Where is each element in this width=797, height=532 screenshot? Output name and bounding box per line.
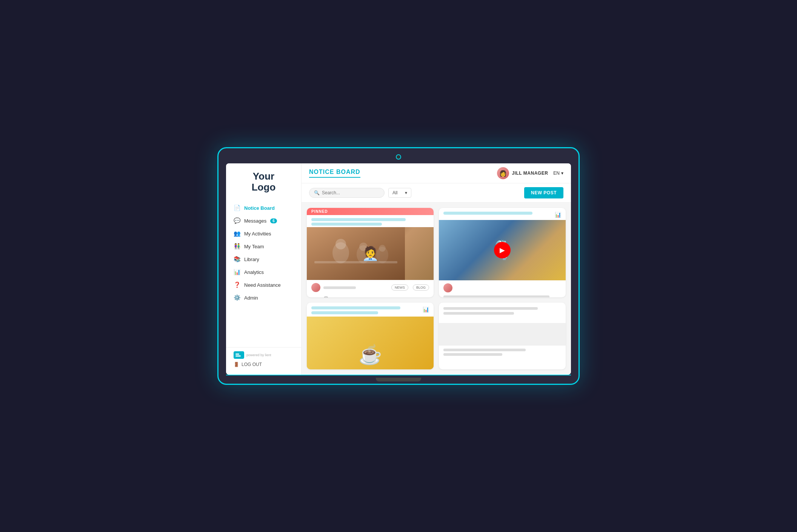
logo-text: Your Logo	[234, 171, 294, 192]
library-icon: 📚	[234, 256, 240, 263]
toolbar: 🔍 All ▾ NEW POST	[302, 183, 571, 203]
language-selector[interactable]: EN ▾	[553, 171, 563, 176]
filter-dropdown[interactable]: All ▾	[388, 188, 411, 198]
sidebar-label-library: Library	[244, 257, 259, 262]
post-card-pinned: PINNED	[307, 208, 434, 297]
post-card-video: 📊 🎙️ ▶	[439, 208, 566, 297]
post1-title-bar	[311, 218, 406, 221]
user-info: 👩 JILL MANAGER	[497, 167, 548, 179]
search-box[interactable]: 🔍	[309, 188, 385, 198]
header: NOTICE BOARD 👩 JILL MANAGER EN ▾	[302, 163, 571, 183]
sidebar-label-admin: Admin	[244, 295, 258, 301]
post3-analytics-icon: 📊	[423, 306, 429, 312]
laptop-frame: Your Logo 📄 Notice Board 💬 Messages 6 👥 …	[217, 147, 580, 385]
post2-title-bar	[443, 212, 532, 215]
sidebar-item-messages[interactable]: 💬 Messages 6	[226, 214, 301, 227]
sidebar-label-analytics: Analytics	[244, 269, 264, 275]
post1-likes[interactable]: ♥ 20	[311, 297, 320, 298]
post1-author-avatar	[311, 283, 320, 292]
post2-title-block	[443, 212, 555, 215]
post2-text1	[443, 295, 549, 297]
search-icon: 🔍	[314, 190, 320, 195]
sidebar-item-need-assistance[interactable]: ❓ Need Assistance	[226, 278, 301, 291]
messages-badge: 6	[270, 218, 277, 223]
need-assistance-icon: ❓	[234, 281, 240, 288]
chevron-down-icon: ▾	[561, 171, 563, 176]
sidebar-item-library[interactable]: 📚 Library	[226, 253, 301, 266]
heart-icon: ♥	[311, 297, 314, 298]
feed-area: PINNED	[302, 203, 571, 375]
filter-label: All	[392, 190, 397, 195]
post4-bar2	[443, 312, 514, 315]
user-avatar: 👩	[497, 167, 509, 179]
logout-icon: 🚪	[234, 362, 239, 367]
svg-point-9	[379, 245, 386, 252]
post3-image: ☕	[307, 317, 434, 369]
logout-button[interactable]: 🚪 LOG OUT	[234, 362, 294, 367]
post2-meta	[439, 280, 566, 295]
sidebar-label-need-assistance: Need Assistance	[244, 282, 281, 288]
new-post-button[interactable]: NEW POST	[524, 187, 563, 198]
post3-title-bar1	[311, 306, 400, 309]
sidebar-item-analytics[interactable]: 📊 Analytics	[226, 266, 301, 278]
admin-icon: ⚙️	[234, 294, 240, 301]
powered-icon	[234, 351, 244, 359]
laptop-screen: Your Logo 📄 Notice Board 💬 Messages 6 👥 …	[226, 163, 571, 375]
post1-actions: ♥ 20 💬 3	[307, 295, 434, 297]
laptop-camera	[396, 154, 401, 160]
sidebar-label-notice-board: Notice Board	[244, 205, 275, 211]
my-activities-icon: 👥	[234, 230, 240, 237]
post3-header: 📊	[307, 303, 434, 317]
sidebar-item-my-activities[interactable]: 👥 My Activities	[226, 227, 301, 240]
page-title-area: NOTICE BOARD	[309, 169, 360, 178]
post1-like-count: 20	[315, 297, 320, 298]
svg-point-5	[335, 239, 346, 249]
post3-title-block	[311, 306, 423, 314]
post-card-coffee: 📊 ☕	[307, 303, 434, 369]
page-title: NOTICE BOARD	[309, 169, 360, 178]
laptop-base-notch	[376, 378, 421, 381]
post1-tag-blog: BLOG	[413, 284, 429, 291]
sidebar-item-admin[interactable]: ⚙️ Admin	[226, 291, 301, 304]
nav-items: 📄 Notice Board 💬 Messages 6 👥 My Activit…	[226, 201, 301, 347]
post2-video-thumb: 🎙️ ▶	[439, 220, 566, 280]
post4-bar4	[443, 353, 502, 356]
post2-author-avatar	[443, 283, 452, 292]
language-label: EN	[553, 171, 560, 176]
post1-meta: NEWS BLOG	[307, 280, 434, 295]
analytics-icon: 📊	[234, 269, 240, 275]
laptop-base	[226, 375, 571, 384]
post1-author-name	[323, 286, 388, 289]
svg-rect-0	[235, 354, 239, 355]
filter-chevron-icon: ▾	[405, 190, 407, 195]
header-right: 👩 JILL MANAGER EN ▾	[497, 167, 563, 179]
logo-line1: Your	[253, 171, 274, 182]
sidebar-bottom: powered by lient 🚪 LOG OUT	[226, 347, 301, 371]
post1-tag-news: NEWS	[391, 284, 408, 291]
svg-rect-2	[307, 227, 405, 280]
post2-header: 📊	[439, 208, 566, 220]
main-content: NOTICE BOARD 👩 JILL MANAGER EN ▾ 🔍	[302, 163, 571, 375]
search-input[interactable]	[322, 190, 375, 195]
post1-comment-count: 3	[330, 297, 332, 298]
post4-bar3	[443, 349, 526, 351]
user-name: JILL MANAGER	[512, 171, 548, 176]
post2-analytics-icon: 📊	[555, 212, 561, 218]
messages-icon: 💬	[234, 217, 240, 224]
sidebar-label-my-team: My Team	[244, 244, 264, 249]
sidebar-item-notice-board[interactable]: 📄 Notice Board	[226, 201, 301, 214]
powered-by-label: powered by lient	[246, 353, 271, 357]
logo-area: Your Logo	[226, 171, 301, 201]
sidebar: Your Logo 📄 Notice Board 💬 Messages 6 👥 …	[226, 163, 302, 375]
post-card-extra	[439, 303, 566, 369]
play-button[interactable]: ▶	[494, 242, 511, 258]
post1-image: 🧑‍💼	[307, 227, 434, 280]
sidebar-item-my-team[interactable]: 👫 My Team	[226, 240, 301, 253]
sidebar-label-messages: Messages	[244, 218, 266, 224]
logout-label: LOG OUT	[242, 362, 262, 367]
my-team-icon: 👫	[234, 243, 240, 250]
notice-board-icon: 📄	[234, 204, 240, 211]
post1-comments[interactable]: 💬 3	[323, 297, 332, 297]
post1-subtitle-bar	[311, 223, 382, 226]
powered-by: powered by lient	[234, 351, 294, 359]
